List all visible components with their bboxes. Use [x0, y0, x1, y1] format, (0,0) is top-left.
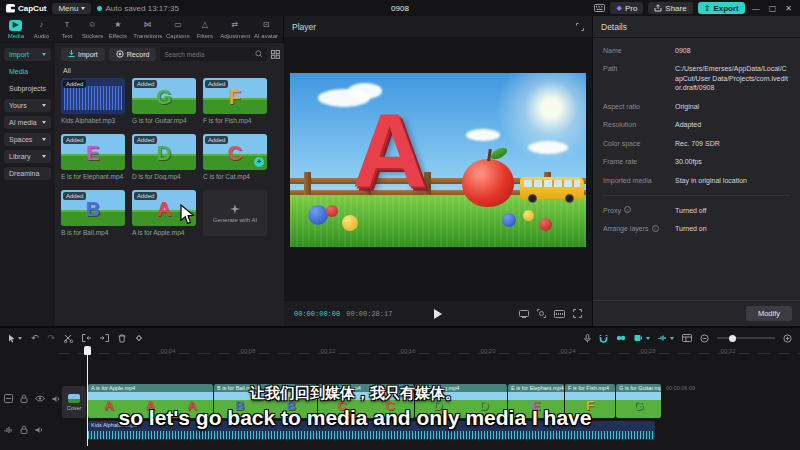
search-icon [255, 50, 263, 58]
media-item-c-is-for-cat-mp4[interactable]: CAdded+C is for Cat.mp4 [203, 134, 267, 180]
modify-button[interactable]: Modify [746, 306, 792, 321]
sidebar-item-subprojects[interactable]: Subprojects [4, 82, 51, 95]
sidebar-item-dreamina[interactable]: Dreamina [4, 167, 51, 180]
maximize-button[interactable]: ▢ [767, 4, 779, 13]
audio-thumbnail: Added [61, 78, 125, 114]
search-box[interactable] [160, 47, 267, 61]
media-item-kids-alphabet-mp3[interactable]: AddedKids Alphabet.mp3 [61, 78, 125, 124]
timeline: ↶ ↷ 00:0400:0800:1200:1600:2000:240 [0, 327, 800, 450]
cloud [528, 141, 568, 154]
red-ball-small [326, 205, 338, 217]
tab-text[interactable]: TText [55, 20, 79, 39]
share-button[interactable]: Share [648, 2, 692, 14]
zoom-slider-thumb[interactable] [729, 335, 736, 342]
grid-view-icon[interactable] [271, 50, 280, 59]
preview-quality-icon[interactable] [519, 310, 529, 318]
close-button[interactable]: ✕ [783, 4, 794, 13]
media-item-e-is-for-elephant-mp4[interactable]: EAddedE is for Elephant.mp4 [61, 134, 125, 180]
letter-a-3d: A [352, 91, 427, 210]
adjustment-icon: ⇄ [228, 20, 241, 31]
voiceover-mic-icon[interactable] [584, 334, 591, 343]
added-badge: Added [63, 80, 86, 88]
details-value: Original [675, 102, 790, 111]
split-button[interactable] [64, 334, 73, 343]
player-stage: A [284, 38, 592, 300]
delete-right-button[interactable] [100, 334, 109, 342]
sidebar-item-import[interactable]: Import [4, 48, 51, 61]
capcut-app: CapCut Menu Auto saved 13:17:35 0908 ◆ P… [0, 0, 800, 450]
pro-button[interactable]: ◆ Pro [610, 2, 643, 14]
shortcut-keyboard-icon[interactable] [594, 4, 605, 12]
tab-filters[interactable]: △Filters [193, 20, 217, 39]
added-badge: Added [63, 136, 86, 144]
zoom-in-icon[interactable] [783, 334, 792, 343]
sidebar-item-library[interactable]: Library [4, 150, 51, 163]
letter-graphic: G [156, 85, 172, 108]
tab-adjustment[interactable]: ⇄Adjustment [219, 20, 252, 39]
menu-button[interactable]: Menu [52, 3, 91, 14]
details-value: Turned on [675, 224, 790, 233]
tab-media[interactable]: ▶Media [4, 20, 28, 39]
sidebar-item-spaces[interactable]: Spaces [4, 133, 51, 146]
info-icon: i [624, 206, 631, 213]
tab-ai-avatar[interactable]: ⊡AI avatar [253, 20, 279, 39]
audio-icon: ♪ [35, 20, 48, 31]
media-item-f-is-for-fish-mp4[interactable]: FAddedF is for Fish.mp4 [203, 78, 267, 124]
player-controls: 00:00:00:00 00:00:28:17 [284, 300, 592, 326]
canvas-ratio-icon[interactable] [554, 310, 565, 318]
details-row-arrange-layers: Arrange layersiTurned on [603, 224, 790, 233]
details-value: Stay in original location [675, 176, 790, 185]
keyframe-button[interactable] [135, 334, 143, 342]
capcut-logo: CapCut [6, 4, 46, 13]
search-input[interactable] [164, 51, 252, 58]
media-item-b-is-for-ball-mp4[interactable]: BAddedB is for Ball.mp4 [61, 190, 125, 236]
pointer-tool-button[interactable] [8, 334, 22, 343]
player-title: Player [292, 22, 316, 32]
play-button[interactable] [434, 309, 442, 319]
minimize-button[interactable]: — [750, 4, 762, 13]
auto-link-toggle[interactable] [616, 334, 626, 342]
generate-with-ai-tile[interactable]: Generate with AI [203, 190, 267, 236]
media-panel: ▶Media♪AudioTText☺Stickers★Effects⋈Trans… [0, 16, 283, 326]
sidebar-item-label: Yours [9, 102, 27, 109]
media-item-name: C is for Cat.mp4 [203, 173, 267, 180]
preview-axis-toggle[interactable] [634, 334, 650, 342]
added-badge: Added [134, 192, 157, 200]
delete-left-button[interactable] [82, 334, 91, 342]
video-preview[interactable]: A [290, 73, 586, 247]
main-track-magnet-toggle[interactable] [599, 334, 608, 343]
expand-panel-icon[interactable] [576, 23, 584, 31]
tab-effects[interactable]: ★Effects [106, 20, 130, 39]
layout-adjust-icon[interactable] [682, 334, 692, 342]
sidebar-item-yours[interactable]: Yours [4, 99, 51, 112]
tab-transitions[interactable]: ⋈Transitions [132, 20, 164, 39]
fullscreen-icon[interactable] [573, 309, 582, 318]
media-item-d-is-for-dog-mp4[interactable]: DAddedD is for Dog.mp4 [132, 134, 196, 180]
audio-waveform-toggle[interactable] [658, 334, 674, 342]
tab-label: Audio [34, 32, 49, 38]
export-button[interactable]: ⇧ Export [698, 2, 745, 14]
sidebar-item-media[interactable]: Media [4, 65, 51, 78]
project-title: 0908 [391, 4, 409, 13]
added-badge: Added [205, 80, 228, 88]
details-label: Path [603, 64, 675, 92]
timeline-zoom-slider[interactable] [717, 337, 775, 339]
tab-captions[interactable]: ▭Captions [165, 20, 191, 39]
zoom-out-icon[interactable] [700, 334, 709, 343]
timeline-toolbar: ↶ ↷ [0, 330, 800, 346]
record-button[interactable]: Record [109, 48, 157, 61]
media-item-g-is-for-guitar-mp4[interactable]: GAddedG is for Guitar.mp4 [132, 78, 196, 124]
add-to-timeline-button[interactable]: + [254, 157, 264, 167]
redo-button[interactable]: ↷ [48, 333, 56, 343]
pro-diamond-icon: ◆ [616, 4, 621, 12]
timeline-ruler[interactable]: 00:0400:0800:1200:1600:2000:2400:2800:32 [58, 346, 800, 359]
tab-audio[interactable]: ♪Audio [30, 20, 54, 39]
video-thumbnail: CAdded+ [203, 134, 267, 170]
import-button[interactable]: Import [61, 48, 105, 61]
tab-stickers[interactable]: ☺Stickers [81, 20, 105, 39]
snapshot-icon[interactable] [537, 309, 546, 318]
sidebar-item-ai-media[interactable]: AI media [4, 116, 51, 129]
delete-button[interactable] [118, 334, 126, 343]
chevron-down-icon [42, 155, 46, 158]
undo-button[interactable]: ↶ [31, 333, 39, 343]
